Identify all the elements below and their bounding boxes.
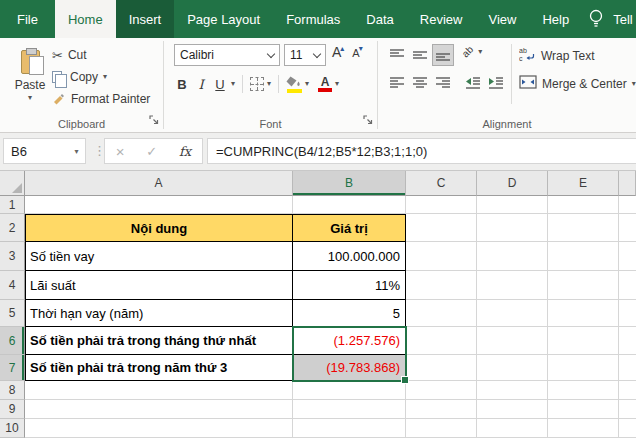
tab-review[interactable]: Review — [407, 0, 476, 38]
bottom-align-button[interactable] — [432, 44, 454, 66]
cell[interactable] — [548, 419, 619, 438]
cell[interactable] — [548, 242, 619, 271]
column-header-D[interactable]: D — [477, 171, 548, 196]
row-header-2[interactable]: 2 — [0, 214, 25, 242]
cell[interactable] — [619, 327, 636, 355]
row-header-5[interactable]: 5 — [0, 300, 25, 327]
column-header-B[interactable]: B — [293, 171, 406, 196]
italic-button[interactable]: I — [193, 77, 209, 92]
cell[interactable] — [293, 196, 406, 214]
tab-help[interactable]: Help — [529, 0, 582, 38]
cell-B7-selected[interactable]: (19.783.868) — [293, 355, 406, 381]
tell-me[interactable]: Tell me — [588, 0, 636, 38]
cell[interactable] — [406, 242, 477, 271]
merge-center-button[interactable]: Merge & Center ▾ — [519, 75, 636, 92]
font-color-dropdown-icon[interactable]: ▾ — [335, 80, 339, 88]
decrease-indent-button[interactable] — [462, 72, 484, 94]
cell[interactable] — [477, 355, 548, 381]
row-header-10[interactable]: 10 — [0, 419, 25, 438]
cell-A4[interactable]: Lãi suất — [25, 271, 293, 300]
underline-dropdown-icon[interactable]: ▾ — [231, 80, 235, 88]
cell[interactable] — [406, 381, 477, 400]
cell[interactable] — [477, 271, 548, 300]
cell[interactable] — [619, 214, 636, 242]
enter-icon[interactable]: ✓ — [146, 144, 157, 159]
cut-button[interactable]: ✂ Cut — [52, 45, 87, 65]
cell[interactable] — [477, 196, 548, 214]
borders-dropdown-icon[interactable]: ▾ — [267, 80, 271, 88]
insert-function-icon[interactable]: fx — [179, 144, 191, 159]
cell[interactable] — [548, 400, 619, 419]
align-right-button[interactable] — [432, 72, 454, 94]
cell[interactable] — [25, 381, 293, 400]
cell[interactable] — [293, 400, 406, 419]
copy-button[interactable]: Copy ▾ — [52, 67, 107, 87]
cell-B2[interactable]: Giá trị — [293, 214, 406, 242]
middle-align-button[interactable] — [409, 44, 431, 66]
font-size-combo[interactable]: 11 — [284, 44, 326, 66]
row-header-3[interactable]: 3 — [0, 242, 25, 271]
cell[interactable] — [25, 196, 293, 214]
cell[interactable] — [477, 300, 548, 327]
column-header-F-partial[interactable] — [619, 171, 636, 196]
cell[interactable] — [548, 214, 619, 242]
cell[interactable] — [548, 300, 619, 327]
tab-file[interactable]: File — [0, 0, 55, 38]
cell[interactable] — [619, 355, 636, 381]
cell[interactable] — [477, 381, 548, 400]
format-painter-button[interactable]: Format Painter — [52, 89, 150, 109]
align-center-button[interactable] — [409, 72, 431, 94]
cell[interactable] — [477, 419, 548, 438]
underline-button[interactable]: U — [212, 77, 228, 92]
name-box[interactable]: B6 ▾ — [3, 138, 86, 164]
row-header-9[interactable]: 9 — [0, 400, 25, 419]
cell[interactable] — [406, 300, 477, 327]
cell[interactable] — [477, 327, 548, 355]
cell[interactable] — [406, 196, 477, 214]
cell-B5[interactable]: 5 — [293, 300, 406, 327]
cell-B6-active[interactable]: (1.257.576) — [293, 327, 406, 355]
cell[interactable] — [548, 327, 619, 355]
cell[interactable] — [548, 196, 619, 214]
name-box-dropdown-icon[interactable]: ▾ — [68, 139, 85, 163]
cell-A2[interactable]: Nội dung — [25, 214, 293, 242]
fill-color-button[interactable] — [286, 76, 302, 93]
cell[interactable] — [619, 419, 636, 438]
cell[interactable] — [406, 419, 477, 438]
cell[interactable] — [619, 381, 636, 400]
font-family-combo[interactable]: Calibri — [174, 44, 280, 66]
row-header-8[interactable]: 8 — [0, 381, 25, 400]
column-header-E[interactable]: E — [548, 171, 619, 196]
shrink-font-button[interactable]: A▾ — [352, 44, 362, 59]
wrap-text-button[interactable]: abc Wrap Text — [519, 47, 595, 65]
cell[interactable] — [548, 381, 619, 400]
font-color-button[interactable]: A — [318, 77, 332, 92]
clipboard-dialog-launcher[interactable] — [149, 114, 159, 128]
tab-view[interactable]: View — [475, 0, 529, 38]
font-size-chevron-icon[interactable] — [313, 50, 321, 58]
merge-center-dropdown-icon[interactable]: ▾ — [632, 80, 636, 88]
cell[interactable] — [619, 300, 636, 327]
cell[interactable] — [548, 355, 619, 381]
cell[interactable] — [25, 400, 293, 419]
cell-B3[interactable]: 100.000.000 — [293, 242, 406, 271]
row-header-6[interactable]: 6 — [0, 327, 25, 355]
cell[interactable] — [293, 381, 406, 400]
cancel-icon[interactable]: × — [116, 143, 125, 160]
select-all-button[interactable] — [0, 171, 25, 196]
cell-A5[interactable]: Thời hạn vay (năm) — [25, 300, 293, 327]
cell-A7[interactable]: Số tiền phải trả trong năm thứ 3 — [25, 355, 293, 381]
formula-input[interactable]: =CUMPRINC(B4/12;B5*12;B3;1;1;0) — [207, 138, 636, 164]
row-header-1[interactable]: 1 — [0, 196, 25, 214]
orientation-button[interactable]: ab ▾ — [462, 46, 482, 57]
cell[interactable] — [619, 242, 636, 271]
bold-button[interactable]: B — [174, 77, 190, 92]
row-header-4[interactable]: 4 — [0, 271, 25, 300]
font-family-chevron-icon[interactable] — [267, 50, 275, 58]
cell[interactable] — [406, 327, 477, 355]
cell[interactable] — [406, 355, 477, 381]
cell[interactable] — [548, 271, 619, 300]
top-align-button[interactable] — [386, 44, 408, 66]
cell[interactable] — [25, 419, 293, 438]
column-header-A[interactable]: A — [25, 171, 293, 196]
